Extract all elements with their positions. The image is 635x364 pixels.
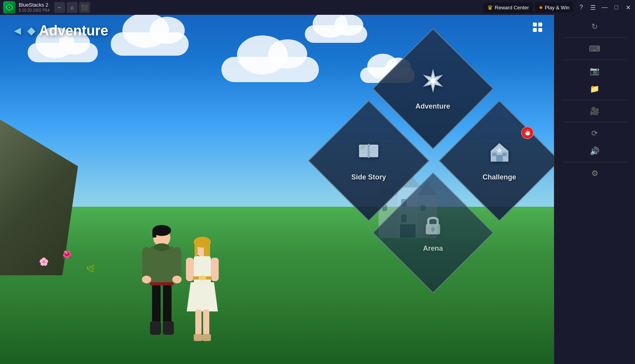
dot-3	[533, 28, 537, 32]
svg-point-2	[8, 6, 11, 9]
cloud-1	[28, 43, 98, 62]
adventure-tile-label: Adventure	[416, 102, 450, 110]
female-character	[183, 234, 222, 346]
game-viewport: 🌸 🌺 🌿	[0, 15, 554, 364]
back-button[interactable]: ←	[54, 2, 65, 13]
sidebar-sync-button[interactable]: ↻	[554, 18, 635, 35]
volume-icon: 🔊	[590, 146, 600, 156]
dot-4	[538, 28, 542, 32]
svg-rect-37	[195, 309, 202, 335]
svg-rect-40	[202, 334, 211, 341]
side-story-icon	[356, 140, 382, 170]
play-win-button[interactable]: ● Play & Win	[535, 2, 573, 12]
sidebar-folder-button[interactable]: 📁	[554, 80, 635, 97]
right-sidebar: ↻ ⌨ 📷 📁 🎥 ⟳ 🔊 ⚙	[554, 15, 635, 364]
maximize-button[interactable]: □	[611, 2, 622, 13]
menu-dots-button[interactable]	[533, 23, 542, 32]
side-story-tile-content: Side Story	[351, 140, 386, 181]
adventure-diamond-icon: ◆	[27, 25, 35, 37]
svg-rect-26	[163, 321, 174, 335]
svg-rect-19	[142, 247, 151, 278]
video-icon: 🎥	[590, 106, 600, 116]
home-button[interactable]: ⌂	[67, 2, 78, 13]
challenge-tile-content: Challenge	[483, 140, 516, 181]
play-coin-icon: ●	[539, 4, 543, 11]
svg-rect-35	[186, 258, 194, 281]
title-actions: ? ☰ — □ ✕	[576, 2, 633, 13]
dot-2	[538, 23, 542, 26]
screenshot-icon: 📷	[590, 66, 600, 76]
play-win-label: Play & Win	[545, 5, 570, 11]
reward-center-button[interactable]: ♛ Reward Center	[483, 2, 532, 13]
svg-rect-39	[194, 334, 202, 341]
svg-rect-48	[368, 144, 370, 158]
svg-rect-59	[492, 153, 497, 156]
svg-rect-20	[173, 247, 181, 278]
app-name: BlueStacks 2	[19, 2, 50, 8]
svg-rect-17	[150, 246, 173, 285]
rotation-icon: ⟳	[591, 128, 598, 138]
sidebar-keyboard-button[interactable]: ⌨	[554, 40, 635, 57]
svg-rect-47	[370, 145, 379, 157]
svg-rect-36	[211, 258, 219, 281]
svg-rect-38	[203, 309, 209, 335]
cloud-2	[111, 32, 189, 56]
challenge-tile-label: Challenge	[483, 173, 516, 181]
svg-rect-24	[163, 284, 172, 323]
sidebar-video-button[interactable]: 🎥	[554, 102, 635, 120]
adventure-title-text: Adventure	[39, 23, 108, 39]
svg-point-21	[142, 276, 151, 283]
keyboard-icon: ⌨	[589, 44, 600, 53]
adventure-tile-content: Adventure	[416, 67, 450, 110]
sidebar-divider-2	[562, 60, 627, 60]
flower-3: 🌿	[86, 264, 96, 273]
titlebar-menu-button[interactable]: ☰	[587, 2, 598, 13]
svg-rect-27	[150, 282, 173, 285]
challenge-icon	[487, 140, 512, 170]
svg-point-22	[172, 276, 182, 283]
male-character	[138, 222, 185, 346]
sidebar-volume-button[interactable]: 🔊	[554, 142, 635, 160]
folder-icon: 📁	[590, 84, 600, 93]
settings-icon: ⚙	[591, 169, 598, 178]
flower-2: 🌺	[62, 250, 72, 259]
sync-icon: ↻	[591, 22, 598, 31]
svg-rect-25	[150, 321, 161, 335]
cloud-3	[221, 57, 319, 82]
side-story-tile-label: Side Story	[351, 173, 386, 181]
hot-badge-icon	[521, 127, 534, 139]
minimize-button[interactable]: —	[599, 2, 610, 13]
flower-1: 🌸	[39, 257, 49, 266]
arena-tile-label: Arena	[423, 244, 443, 253]
svg-point-18	[154, 243, 170, 251]
svg-rect-58	[496, 155, 503, 162]
app-title: BlueStacks 2 5.10.20.1002 P64	[19, 2, 50, 13]
back-arrow-icon[interactable]: ◄	[12, 24, 23, 37]
arena-lock-icon	[421, 213, 445, 241]
arena-tile-content: Arena	[421, 213, 445, 253]
close-button[interactable]: ✕	[623, 2, 633, 13]
svg-rect-16	[152, 230, 156, 237]
reward-crown-icon: ♛	[487, 4, 493, 11]
sidebar-divider-4	[562, 122, 627, 122]
svg-marker-34	[187, 282, 218, 311]
screenshot-button[interactable]: ⬛	[79, 2, 90, 13]
reward-center-label: Reward Center	[495, 5, 529, 11]
svg-rect-60	[502, 153, 507, 156]
diamond-menu: Adventure	[340, 46, 534, 280]
sidebar-rotation-button[interactable]: ⟳	[554, 125, 635, 142]
sidebar-screenshot-button[interactable]: 📷	[554, 62, 635, 79]
app-version: 5.10.20.1002 P64	[19, 8, 50, 13]
adventure-title-overlay: ◄ ◆ Adventure	[12, 23, 108, 39]
cloud-4	[305, 25, 367, 43]
nav-buttons: ← ⌂ ⬛	[54, 2, 90, 13]
help-button[interactable]: ?	[576, 2, 587, 13]
sidebar-divider-5	[562, 162, 627, 162]
svg-rect-23	[152, 284, 161, 323]
sidebar-settings-button[interactable]: ⚙	[554, 165, 635, 182]
adventure-icon	[419, 67, 447, 99]
svg-rect-64	[432, 229, 434, 232]
dot-1	[533, 23, 537, 26]
sidebar-divider-1	[562, 37, 627, 38]
title-bar: BlueStacks 2 5.10.20.1002 P64 ← ⌂ ⬛ ♛ Re…	[0, 0, 635, 15]
